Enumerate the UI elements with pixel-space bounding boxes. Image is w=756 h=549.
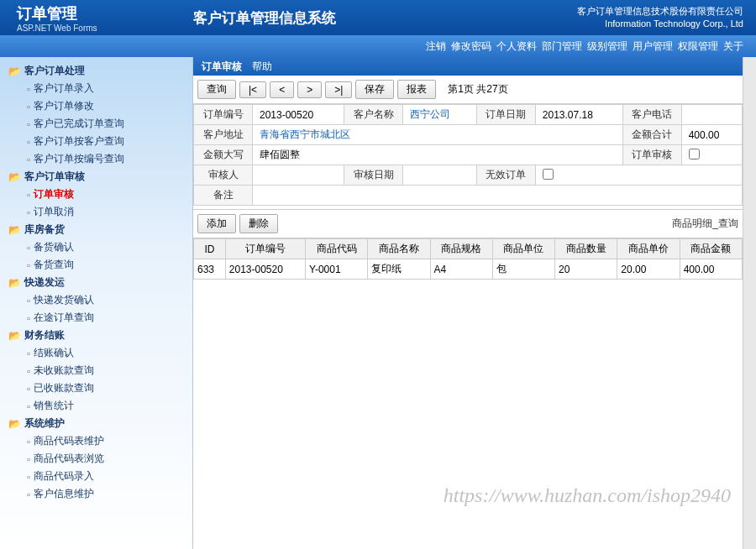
file-icon: ▫ [27,137,30,147]
menu-1[interactable]: 修改密码 [451,39,491,54]
scrollbar[interactable] [743,57,756,549]
nav-group-5[interactable]: 📂系统维护 [8,415,192,432]
nav-item-5-0[interactable]: ▫商品代码表维护 [27,432,192,450]
menu-2[interactable]: 个人资料 [496,39,537,54]
first-page-button[interactable]: |< [239,81,266,98]
label-cust-phone: 客户电话 [622,105,681,125]
system-title: 客户订单管理信息系统 [193,8,577,28]
folder-icon: 📂 [8,171,21,183]
nav-item-0-4[interactable]: ▫客户订单按编号查询 [27,150,192,168]
value-amount-cn: 肆佰圆整 [253,145,623,165]
file-icon: ▫ [27,119,30,129]
toolbar: 查询 |< < > >| 保存 报表 第1页 共27页 [193,76,743,104]
file-icon: ▫ [27,154,30,165]
nav-group-2[interactable]: 📂库房备货 [8,221,192,238]
value-cust-phone [681,105,742,125]
sidebar: 📂客户订单处理▫客户订单录入▫客户订单修改▫客户已完成订单查询▫客户订单按客户查… [0,57,193,549]
nav-item-0-2[interactable]: ▫客户已完成订单查询 [27,115,192,133]
value-order-no: 2013-00520 [253,105,344,125]
label-audit-date: 审核日期 [344,165,403,186]
file-icon: ▫ [27,102,30,112]
breadcrumb-help[interactable]: 帮助 [252,60,272,74]
file-icon: ▫ [27,401,30,411]
prev-page-button[interactable]: < [270,81,294,98]
detail-query-label[interactable]: 商品明细_查询 [672,217,738,231]
file-icon: ▫ [27,260,30,270]
grid-body: 6332013-00520Y-0001复印纸A4包2020.00400.00 [194,259,743,280]
value-cust-addr[interactable]: 青海省西宁市城北区 [253,125,623,145]
nav-item-0-1[interactable]: ▫客户订单修改 [27,97,192,115]
file-icon: ▫ [27,472,30,482]
file-icon: ▫ [27,454,30,464]
nav-item-0-3[interactable]: ▫客户订单按客户查询 [27,133,192,150]
menu-3[interactable]: 部门管理 [542,39,582,54]
menu-6[interactable]: 权限管理 [678,39,718,54]
add-button[interactable]: 添加 [197,214,236,233]
nav-item-4-3[interactable]: ▫销售统计 [27,397,192,415]
value-audit-date [403,165,477,186]
file-icon: ▫ [27,384,30,394]
nav-item-5-1[interactable]: ▫商品代码表浏览 [27,450,192,468]
nav-item-4-0[interactable]: ▫结账确认 [27,344,192,362]
logo-sub: ASP.NET Web Forms [17,24,193,33]
folder-icon: 📂 [8,277,21,289]
nav-group-0[interactable]: 📂客户订单处理 [8,62,192,80]
breadcrumb-title: 订单审核 [202,60,242,74]
delete-button[interactable]: 删除 [239,214,278,233]
value-order-audit [681,145,742,165]
nav-group-3[interactable]: 📂快递发运 [8,274,192,291]
order-audit-checkbox[interactable] [689,149,700,159]
invalid-order-checkbox[interactable] [543,169,554,180]
file-icon: ▫ [27,190,30,200]
nav-item-4-2[interactable]: ▫已收账款查询 [27,379,192,397]
nav-item-1-1[interactable]: ▫订单取消 [27,203,192,221]
grid-header-4[interactable]: 商品规格 [430,239,492,259]
menu-7[interactable]: 关于 [723,39,743,54]
grid-header-3[interactable]: 商品名称 [368,239,430,259]
last-page-button[interactable]: >| [325,81,352,98]
grid-header-0[interactable]: ID [194,239,226,259]
order-form: 订单编号 2013-00520 客户名称 西宁公司 订单日期 2013.07.1… [193,104,743,206]
label-order-audit: 订单审核 [622,145,681,165]
table-row[interactable]: 6332013-00520Y-0001复印纸A4包2020.00400.00 [194,259,743,280]
folder-icon: 📂 [8,224,21,236]
grid-header-8[interactable]: 商品金额 [680,239,742,259]
save-button[interactable]: 保存 [355,80,394,99]
next-page-button[interactable]: > [297,81,322,98]
file-icon: ▫ [27,84,30,94]
nav-group-4[interactable]: 📂财务结账 [8,327,192,344]
nav-item-5-2[interactable]: ▫商品代码录入 [27,468,192,485]
report-button[interactable]: 报表 [397,80,436,99]
grid-header-1[interactable]: 订单编号 [225,239,305,259]
folder-icon: 📂 [8,65,21,77]
file-icon: ▫ [27,348,30,358]
nav-item-2-1[interactable]: ▫备货查询 [27,256,192,274]
nav-group-1[interactable]: 📂客户订单审核 [8,168,192,186]
grid-cell-0-3: 复印纸 [368,259,430,280]
nav-item-0-0[interactable]: ▫客户订单录入 [27,80,192,97]
label-auditor: 审核人 [194,165,253,186]
label-amount-total: 金额合计 [622,125,681,145]
menu-5[interactable]: 用户管理 [633,39,673,54]
value-cust-name[interactable]: 西宁公司 [403,105,477,125]
grid-header-6[interactable]: 商品数量 [555,239,617,259]
grid-cell-0-6: 20 [555,259,617,280]
nav-item-5-3[interactable]: ▫客户信息维护 [27,485,192,503]
nav-item-1-0[interactable]: ▫订单审核 [27,186,192,203]
nav-item-3-0[interactable]: ▫快递发货确认 [27,291,192,309]
menu-0[interactable]: 注销 [426,39,446,54]
nav-item-4-1[interactable]: ▫未收账款查询 [27,362,192,379]
value-remark[interactable] [253,186,743,206]
label-invalid: 无效订单 [476,165,535,186]
grid-cell-0-4: A4 [430,259,492,280]
nav-item-2-0[interactable]: ▫备货确认 [27,238,192,256]
grid-header-7[interactable]: 商品单价 [617,239,680,259]
menu-4[interactable]: 级别管理 [587,39,627,54]
grid-header-2[interactable]: 商品代码 [306,239,368,259]
query-button[interactable]: 查询 [197,80,236,99]
grid-cell-0-7: 20.00 [617,259,680,280]
nav-item-3-1[interactable]: ▫在途订单查询 [27,309,192,327]
grid-header-5[interactable]: 商品单位 [492,239,554,259]
grid-cell-0-0: 633 [194,259,226,280]
file-icon: ▫ [27,207,30,217]
